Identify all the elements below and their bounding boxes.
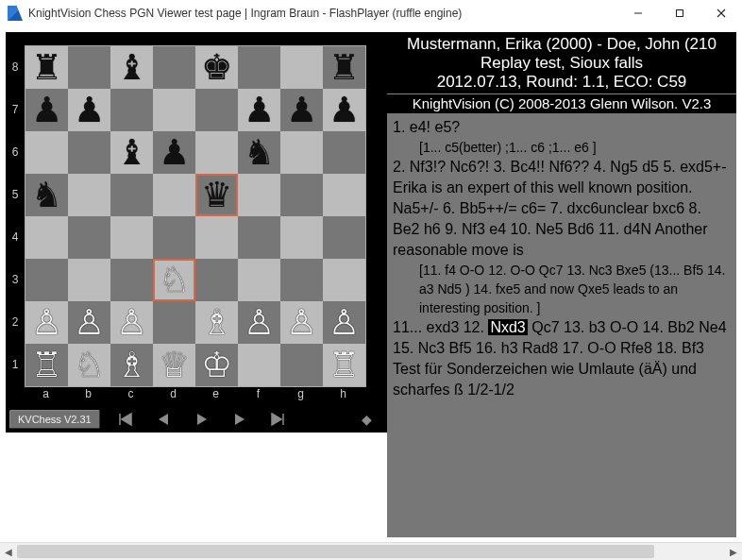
square-e1[interactable]: ♔ [195, 344, 238, 386]
piece-b[interactable]: ♝ [110, 131, 153, 174]
square-a7[interactable]: ♟ [25, 89, 68, 131]
scrollbar-track[interactable] [17, 544, 725, 559]
variation[interactable]: [11. f4 O-O 12. O-O Qc7 13. Nc3 Bxe5 (13… [393, 261, 731, 317]
square-b8[interactable] [68, 46, 110, 89]
square-g5[interactable] [280, 174, 323, 216]
piece-R[interactable]: ♖ [25, 344, 68, 386]
square-d8[interactable] [153, 46, 195, 89]
square-g1[interactable] [280, 344, 323, 386]
square-g8[interactable] [280, 46, 323, 89]
piece-K[interactable]: ♔ [195, 344, 238, 386]
piece-n[interactable]: ♞ [238, 131, 280, 174]
square-h7[interactable]: ♟ [323, 89, 365, 131]
square-a8[interactable]: ♜ [25, 46, 68, 89]
square-e8[interactable]: ♚ [195, 46, 238, 89]
square-b7[interactable]: ♟ [68, 89, 110, 131]
piece-N[interactable]: ♘ [153, 259, 195, 301]
flip-board-button[interactable]: ◆ [355, 409, 378, 430]
square-f4[interactable] [238, 216, 280, 259]
piece-p[interactable]: ♟ [153, 131, 195, 174]
square-e4[interactable] [195, 216, 238, 259]
prev-move-button[interactable] [145, 409, 183, 430]
minimize-button[interactable] [617, 0, 659, 26]
square-g2[interactable]: ♙ [280, 301, 323, 344]
square-e7[interactable] [195, 89, 238, 131]
piece-p[interactable]: ♟ [238, 89, 280, 131]
piece-k[interactable]: ♚ [195, 46, 238, 89]
first-move-button[interactable] [108, 409, 145, 430]
square-e5[interactable]: ♛ [195, 174, 238, 216]
square-f8[interactable] [238, 46, 280, 89]
piece-r[interactable]: ♜ [323, 46, 365, 89]
piece-P[interactable]: ♙ [110, 301, 153, 344]
scroll-right-button[interactable]: ▶ [725, 544, 742, 559]
square-e6[interactable] [195, 131, 238, 174]
piece-N[interactable]: ♘ [68, 344, 110, 386]
square-h2[interactable]: ♙ [323, 301, 365, 344]
square-b4[interactable] [68, 216, 110, 259]
square-h6[interactable] [323, 131, 365, 174]
square-g4[interactable] [280, 216, 323, 259]
square-a6[interactable] [25, 131, 68, 174]
square-d1[interactable]: ♕ [153, 344, 195, 386]
square-c2[interactable]: ♙ [110, 301, 153, 344]
square-d2[interactable] [153, 301, 195, 344]
square-c8[interactable]: ♝ [110, 46, 153, 89]
square-c3[interactable] [110, 259, 153, 301]
piece-p[interactable]: ♟ [280, 89, 323, 131]
piece-B[interactable]: ♗ [195, 301, 238, 344]
play-button[interactable] [183, 409, 221, 430]
square-f2[interactable]: ♙ [238, 301, 280, 344]
square-c4[interactable] [110, 216, 153, 259]
square-f3[interactable] [238, 259, 280, 301]
piece-p[interactable]: ♟ [25, 89, 68, 131]
square-a2[interactable]: ♙ [25, 301, 68, 344]
piece-P[interactable]: ♙ [238, 301, 280, 344]
scrollbar-thumb[interactable] [17, 545, 654, 558]
square-b5[interactable] [68, 174, 110, 216]
close-button[interactable] [700, 0, 742, 26]
square-g6[interactable] [280, 131, 323, 174]
piece-b[interactable]: ♝ [110, 46, 153, 89]
square-a5[interactable]: ♞ [25, 174, 68, 216]
move-text[interactable]: 1. e4! e5? [1... c5(better) ;1... c6 ;1.… [387, 113, 736, 406]
piece-P[interactable]: ♙ [25, 301, 68, 344]
square-e3[interactable] [195, 259, 238, 301]
square-f7[interactable]: ♟ [238, 89, 280, 131]
square-h5[interactable] [323, 174, 365, 216]
piece-n[interactable]: ♞ [25, 174, 68, 216]
square-c7[interactable] [110, 89, 153, 131]
square-c6[interactable]: ♝ [110, 131, 153, 174]
piece-P[interactable]: ♙ [68, 301, 110, 344]
square-c5[interactable] [110, 174, 153, 216]
square-a4[interactable] [25, 216, 68, 259]
square-f5[interactable] [238, 174, 280, 216]
piece-q[interactable]: ♛ [195, 174, 238, 216]
variation[interactable]: [1... c5(better) ;1... c6 ;1... e6 ] [393, 138, 731, 157]
square-h4[interactable] [323, 216, 365, 259]
square-f6[interactable]: ♞ [238, 131, 280, 174]
piece-P[interactable]: ♙ [280, 301, 323, 344]
square-f1[interactable] [238, 344, 280, 386]
piece-R[interactable]: ♖ [323, 344, 365, 386]
chess-board[interactable]: ♜♝♚♜♟♟♟♟♟♝♟♞♞♛♘♙♙♙♗♙♙♙♖♘♗♕♔♖ [25, 45, 366, 387]
square-d4[interactable] [153, 216, 195, 259]
square-d5[interactable] [153, 174, 195, 216]
square-d7[interactable] [153, 89, 195, 131]
square-b3[interactable] [68, 259, 110, 301]
square-h1[interactable]: ♖ [323, 344, 365, 386]
last-move-button[interactable] [259, 409, 296, 430]
piece-p[interactable]: ♟ [68, 89, 110, 131]
square-a3[interactable] [25, 259, 68, 301]
piece-Q[interactable]: ♕ [153, 344, 195, 386]
square-d6[interactable]: ♟ [153, 131, 195, 174]
piece-B[interactable]: ♗ [110, 344, 153, 386]
square-h3[interactable] [323, 259, 365, 301]
square-a1[interactable]: ♖ [25, 344, 68, 386]
square-b6[interactable] [68, 131, 110, 174]
square-b1[interactable]: ♘ [68, 344, 110, 386]
maximize-button[interactable] [659, 0, 700, 26]
square-g3[interactable] [280, 259, 323, 301]
current-move[interactable]: Nxd3 [488, 319, 527, 335]
piece-p[interactable]: ♟ [323, 89, 365, 131]
